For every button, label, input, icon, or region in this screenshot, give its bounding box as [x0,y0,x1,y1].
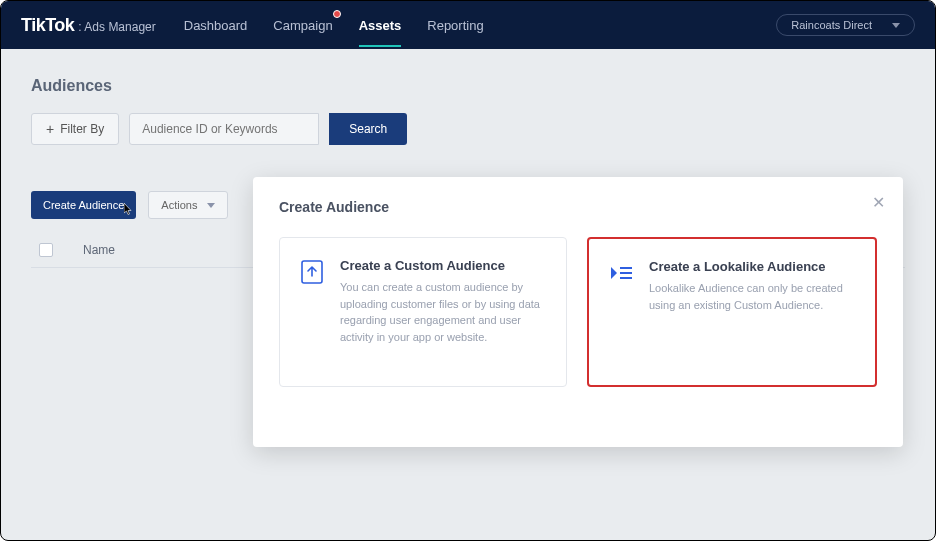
chevron-down-icon [207,203,215,208]
modal-title: Create Audience [279,199,877,215]
nav-campaign[interactable]: Campaign [273,14,332,37]
actions-dropdown[interactable]: Actions [148,191,228,219]
account-selector[interactable]: Raincoats Direct [776,14,915,36]
card-desc: You can create a custom audience by uplo… [340,279,548,345]
filter-row: + Filter By Search [31,113,905,145]
nav-dashboard[interactable]: Dashboard [184,14,248,37]
card-lookalike-audience[interactable]: Create a Lookalike Audience Lookalike Au… [587,237,877,387]
brand-logo: TikTok [21,15,74,36]
nav-reporting[interactable]: Reporting [427,14,483,37]
select-all-checkbox[interactable] [39,243,53,257]
notification-badge-icon [333,10,341,18]
page-title: Audiences [31,77,905,95]
account-label: Raincoats Direct [791,19,872,31]
card-title: Create a Custom Audience [340,258,548,273]
create-audience-button[interactable]: Create Audience [31,191,136,219]
column-header-name: Name [83,243,115,257]
search-button[interactable]: Search [329,113,407,145]
modal-cards: Create a Custom Audience You can create … [279,237,877,387]
search-input[interactable] [129,113,319,145]
brand: TikTok : Ads Manager [21,15,156,36]
upload-file-icon [298,258,326,290]
nav-items: Dashboard Campaign Assets Reporting [184,14,484,37]
lookalike-icon [607,259,635,291]
page-header-area: Audiences + Filter By Search [1,49,935,191]
create-audience-label: Create Audience [43,199,124,211]
create-audience-modal: Create Audience ✕ Create a Custom Audien… [253,177,903,447]
nav-label: Reporting [427,18,483,33]
actions-label: Actions [161,199,197,211]
chevron-down-icon [892,23,900,28]
nav-label: Dashboard [184,18,248,33]
card-desc: Lookalike Audience can only be created u… [649,280,857,313]
card-title: Create a Lookalike Audience [649,259,857,274]
top-nav: TikTok : Ads Manager Dashboard Campaign … [1,1,935,49]
plus-icon: + [46,122,54,136]
card-custom-audience[interactable]: Create a Custom Audience You can create … [279,237,567,387]
close-icon: ✕ [872,194,885,211]
close-button[interactable]: ✕ [872,193,885,212]
nav-assets[interactable]: Assets [359,14,402,37]
nav-label: Assets [359,18,402,33]
brand-sub: : Ads Manager [78,20,155,34]
cursor-arrow-icon [124,203,134,217]
filter-by-button[interactable]: + Filter By [31,113,119,145]
filter-label: Filter By [60,122,104,136]
nav-label: Campaign [273,18,332,33]
